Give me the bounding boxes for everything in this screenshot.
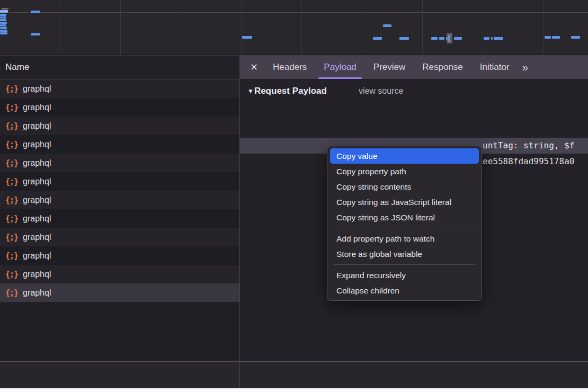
request-name: graphql	[23, 270, 51, 279]
json-brackets-icon: {;}	[5, 288, 18, 298]
request-name: graphql	[23, 195, 51, 205]
tab-payload[interactable]: Payload	[315, 55, 364, 79]
request-name: graphql	[23, 121, 51, 131]
request-payload-header: ▼ Request Payload view source	[240, 79, 588, 103]
waterfall-bar	[0, 19, 6, 21]
payload-root-node[interactable]: ▼{operationName: "ipFlowTimeseries", var…	[240, 106, 588, 122]
request-payload-title[interactable]: ▼ Request Payload	[247, 86, 327, 96]
menu-separator	[334, 228, 475, 228]
waterfall-bar	[0, 27, 7, 29]
json-brackets-icon: {;}	[5, 195, 18, 205]
details-tabbar: ✕ HeadersPayloadPreviewResponseInitiator…	[239, 55, 588, 79]
property-value-suffix: untTag: string, $f	[483, 138, 574, 154]
menu-item-copy-value[interactable]: Copy value	[330, 148, 479, 164]
request-row[interactable]: {;}graphql	[0, 265, 239, 283]
request-name: graphql	[23, 158, 51, 168]
request-name: graphql	[23, 177, 51, 186]
waterfall-bar	[399, 37, 409, 40]
section-collapse-icon[interactable]: ▼	[247, 87, 254, 95]
overview-hover-marker	[447, 33, 452, 43]
close-icon[interactable]: ✕	[250, 61, 258, 73]
details-tabs: HeadersPayloadPreviewResponseInitiator	[264, 55, 518, 79]
menu-item-expand-recursively[interactable]: Expand recursively	[330, 268, 479, 283]
waterfall-bar	[484, 37, 489, 40]
json-brackets-icon: {;}	[5, 214, 18, 224]
menu-item-copy-string-as-json-literal[interactable]: Copy string as JSON literal	[330, 210, 479, 225]
tab-preview[interactable]: Preview	[365, 55, 414, 79]
json-brackets-icon: {;}	[5, 177, 18, 186]
waterfall-bar	[0, 14, 6, 16]
waterfall-bar	[0, 24, 6, 26]
menu-item-add-property-path-to-watch[interactable]: Add property path to watch	[330, 231, 479, 246]
json-brackets-icon: {;}	[5, 233, 18, 242]
payload-operation-name-row[interactable]: operationName: "ipFlowTimeseries"	[240, 122, 588, 138]
waterfall-bar	[242, 36, 252, 39]
page-background-strip	[0, 388, 588, 392]
property-value-suffix: ee5588fdad995178a0	[483, 154, 574, 170]
menu-item-copy-string-contents[interactable]: Copy string contents	[330, 179, 479, 194]
request-name: graphql	[23, 214, 51, 224]
waterfall-bar	[2, 8, 8, 10]
waterfall-bar	[439, 37, 444, 40]
request-name: graphql	[23, 103, 51, 112]
waterfall-bar	[0, 30, 7, 32]
status-footer	[0, 361, 588, 388]
waterfall-bar	[545, 36, 551, 39]
json-brackets-icon: {;}	[5, 84, 18, 94]
request-row[interactable]: {;}graphql	[0, 283, 239, 302]
waterfall-bar	[552, 36, 560, 39]
request-row[interactable]: {;}graphql	[0, 209, 239, 228]
request-row[interactable]: {;}graphql	[0, 246, 239, 265]
overview-lane-divider	[0, 12, 588, 13]
waterfall-bar	[383, 24, 391, 27]
json-brackets-icon: {;}	[5, 158, 18, 168]
request-name: graphql	[23, 140, 51, 149]
context-menu: Copy valueCopy property pathCopy string …	[327, 146, 482, 301]
name-column-header[interactable]: Name	[0, 55, 239, 79]
waterfall-bar	[31, 33, 40, 35]
tab-response[interactable]: Response	[414, 55, 471, 79]
menu-item-collapse-children[interactable]: Collapse children	[330, 283, 479, 298]
network-overview-waterfall[interactable]	[0, 0, 588, 55]
request-row[interactable]: {;}graphql	[0, 98, 239, 117]
request-row[interactable]: {;}graphql	[0, 172, 239, 191]
menu-item-copy-string-as-javascript-literal[interactable]: Copy string as JavaScript literal	[330, 194, 479, 210]
json-brackets-icon: {;}	[5, 103, 18, 112]
tab-headers[interactable]: Headers	[264, 55, 315, 79]
request-name: graphql	[23, 288, 51, 298]
waterfall-bar	[31, 11, 40, 13]
request-list: {;}graphql{;}graphql{;}graphql{;}graphql…	[0, 79, 239, 361]
waterfall-bar	[0, 32, 7, 34]
tab-initiator[interactable]: Initiator	[471, 55, 518, 79]
waterfall-bar	[373, 37, 382, 40]
panel-divider	[239, 361, 240, 388]
waterfall-bar	[0, 16, 6, 19]
menu-item-copy-property-path[interactable]: Copy property path	[330, 164, 479, 179]
devtools-network-panel: Name ✕ HeadersPayloadPreviewResponseInit…	[0, 0, 588, 392]
request-row[interactable]: {;}graphql	[0, 117, 239, 135]
request-row[interactable]: {;}graphql	[0, 228, 239, 246]
waterfall-bar	[494, 37, 503, 40]
waterfall-bar	[0, 10, 8, 13]
waterfall-bar	[491, 37, 493, 40]
waterfall-bar	[454, 37, 462, 40]
request-row[interactable]: {;}graphql	[0, 79, 239, 98]
json-brackets-icon: {;}	[5, 270, 18, 279]
view-source-link[interactable]: view source	[359, 86, 403, 96]
menu-item-store-as-global-variable[interactable]: Store as global variable	[330, 246, 479, 262]
request-name: graphql	[23, 251, 51, 261]
json-brackets-icon: {;}	[5, 251, 18, 261]
menu-separator	[334, 264, 475, 265]
waterfall-bar	[0, 22, 7, 24]
request-name: graphql	[23, 84, 51, 94]
waterfall-bar	[431, 37, 438, 40]
request-row[interactable]: {;}graphql	[0, 154, 239, 172]
request-row[interactable]: {;}graphql	[0, 135, 239, 154]
name-column-label: Name	[5, 62, 29, 73]
more-tabs-icon[interactable]: »	[522, 61, 529, 74]
request-name: graphql	[23, 233, 51, 242]
request-row[interactable]: {;}graphql	[0, 191, 239, 209]
json-brackets-icon: {;}	[5, 121, 18, 131]
json-brackets-icon: {;}	[5, 140, 18, 149]
waterfall-bar	[571, 36, 580, 39]
